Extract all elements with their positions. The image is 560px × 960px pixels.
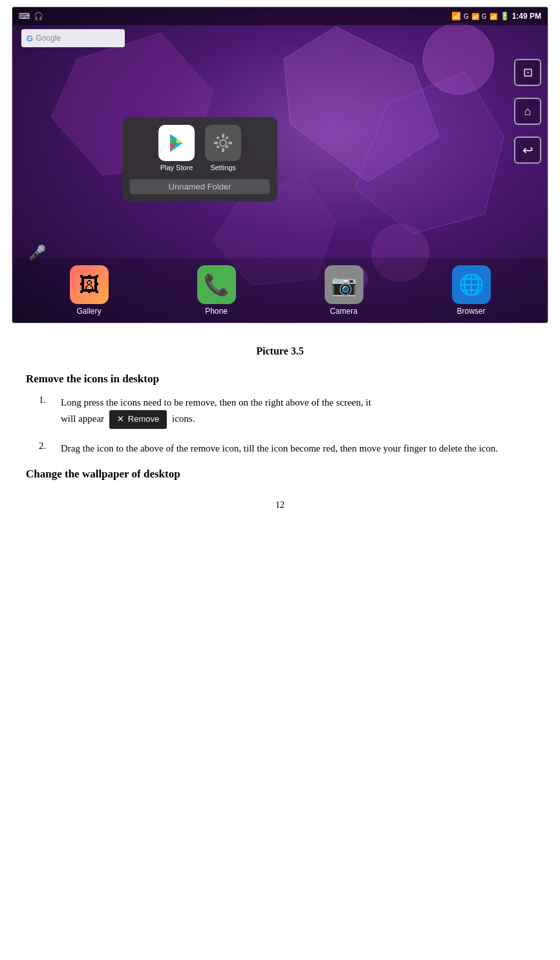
browser-label: Browser — [457, 307, 485, 316]
numbered-list: 1. Long press the icons need to be remov… — [39, 395, 534, 456]
svg-rect-13 — [222, 148, 224, 152]
android-background: ⌨ 🎧 📶 G 📶 G 📶 🔋 1:49 PM G Google ⊡ ⌂ ↩ — [12, 7, 548, 323]
signal-bars2-icon: 📶 — [490, 13, 497, 20]
section-change-wallpaper: Change the wallpaper of desktop — [26, 468, 534, 481]
signal-bars1-icon: 📶 — [471, 13, 479, 20]
headset-icon: 🎧 — [34, 12, 43, 21]
list-num-2: 2. — [39, 441, 54, 456]
folder-popup: Play Store — [122, 117, 277, 202]
usb-icon: ⌨ — [19, 12, 30, 21]
svg-point-3 — [423, 23, 494, 94]
google-label: Google — [36, 34, 61, 43]
section-heading-wallpaper: Change the wallpaper of desktop — [26, 468, 534, 481]
settings-app[interactable]: Settings — [205, 125, 241, 171]
status-right-icons: 📶 G 📶 G 📶 🔋 1:49 PM — [451, 12, 541, 21]
gallery-icon: 🖼 — [70, 265, 109, 304]
svg-rect-16 — [216, 136, 220, 140]
remove-label: Remove — [128, 413, 159, 426]
android-screenshot: ⌨ 🎧 📶 G 📶 G 📶 🔋 1:49 PM G Google ⊡ ⌂ ↩ — [12, 6, 548, 323]
svg-rect-15 — [228, 142, 232, 144]
svg-rect-14 — [214, 142, 218, 144]
play-store-app[interactable]: Play Store — [158, 125, 195, 171]
browser-dock-app[interactable]: 🌐 Browser — [452, 265, 491, 316]
phone-icon: 📞 — [197, 265, 236, 304]
gallery-label: Gallery — [76, 307, 101, 316]
folder-name-input[interactable] — [130, 179, 270, 194]
time-display: 1:49 PM — [512, 12, 541, 21]
svg-rect-18 — [225, 136, 229, 140]
list-text-1: Long press the icons need to be remove, … — [61, 395, 371, 429]
x-icon: ✕ — [117, 413, 124, 426]
status-bar: ⌨ 🎧 📶 G 📶 G 📶 🔋 1:49 PM — [12, 7, 548, 25]
phone-dock-app[interactable]: 📞 Phone — [197, 265, 236, 316]
section-remove-icons: Remove the icons in desktop 1. Long pres… — [26, 373, 534, 456]
home-icon[interactable]: ⌂ — [514, 98, 541, 125]
settings-label: Settings — [210, 164, 236, 171]
signal-g1-icon: G — [464, 13, 469, 20]
will-appear-text: will appear — [61, 413, 104, 424]
remove-button-inline: ✕ Remove — [109, 410, 167, 429]
battery-icon: 🔋 — [500, 12, 510, 21]
camera-icon: 📷 — [325, 265, 363, 304]
wifi-icon: 📶 — [451, 12, 461, 21]
svg-point-11 — [220, 140, 226, 146]
list-text-1-before: Long press the icons need to be remove, … — [61, 397, 371, 408]
camera-label: Camera — [330, 307, 358, 316]
camera-dock-app[interactable]: 📷 Camera — [325, 265, 363, 316]
signal-g2-icon: G — [482, 13, 487, 20]
document-content: Picture 3.5 Remove the icons in desktop … — [0, 323, 560, 536]
bottom-dock: 🖼 Gallery 📞 Phone 📷 Camera 🌐 Browser — [12, 258, 548, 323]
section-heading-remove: Remove the icons in desktop — [26, 373, 534, 386]
status-left-icons: ⌨ 🎧 — [19, 12, 43, 21]
play-store-icon — [158, 125, 195, 161]
gallery-dock-app[interactable]: 🖼 Gallery — [70, 265, 109, 316]
folder-apps-row: Play Store — [130, 125, 270, 171]
list-text-2: Drag the icon to the above of the remove… — [61, 441, 498, 456]
list-text-1-after: icons. — [172, 413, 195, 424]
svg-marker-0 — [284, 27, 439, 182]
list-item-2: 2. Drag the icon to the above of the rem… — [39, 441, 534, 456]
svg-rect-12 — [222, 134, 224, 138]
google-logo: G — [27, 34, 33, 43]
sidebar-icons-panel: ⊡ ⌂ ↩ — [514, 59, 541, 164]
phone-label: Phone — [205, 307, 228, 316]
google-search-bar[interactable]: G Google — [21, 29, 125, 47]
page-number: 12 — [26, 500, 534, 510]
play-store-label: Play Store — [160, 164, 193, 171]
svg-marker-1 — [355, 72, 504, 234]
list-item-1: 1. Long press the icons need to be remov… — [39, 395, 534, 429]
back-icon[interactable]: ↩ — [514, 136, 541, 164]
settings-icon — [205, 125, 241, 161]
figure-caption: Picture 3.5 — [26, 345, 534, 357]
svg-rect-19 — [216, 145, 220, 149]
recent-apps-icon[interactable]: ⊡ — [514, 59, 541, 86]
list-num-1: 1. — [39, 395, 54, 429]
svg-marker-10 — [177, 138, 183, 143]
browser-icon: 🌐 — [452, 265, 491, 304]
